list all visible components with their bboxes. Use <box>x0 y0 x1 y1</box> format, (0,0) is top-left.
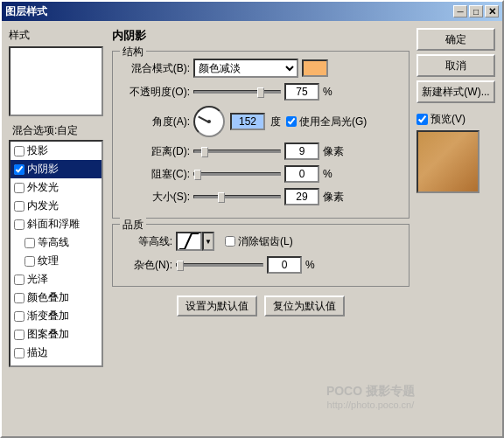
effect-drop-shadow[interactable]: 投影 <box>10 142 102 160</box>
title-bar: 图层样式 ─ □ ✕ <box>2 2 502 21</box>
opacity-label: 不透明度(O): <box>120 85 190 100</box>
effect-inner-shadow[interactable]: 内阴影 <box>10 160 102 178</box>
size-slider-container <box>193 195 281 198</box>
contour-dropdown[interactable]: ▼ <box>202 232 214 251</box>
effect-texture[interactable]: 纹理 <box>10 252 102 270</box>
outer-glow-checkbox[interactable] <box>14 183 24 193</box>
angle-dial[interactable] <box>193 106 225 137</box>
gradient-overlay-checkbox[interactable] <box>14 311 24 322</box>
choke-slider-thumb[interactable] <box>194 170 201 180</box>
effect-contour[interactable]: 等高线 <box>10 233 102 252</box>
effect-color-overlay[interactable]: 颜色叠加 <box>10 289 102 307</box>
choke-row: 阻塞(C): % <box>120 165 402 183</box>
noise-slider-thumb[interactable] <box>177 261 184 271</box>
bevel-checkbox[interactable] <box>14 219 24 230</box>
distance-unit: 像素 <box>323 144 344 159</box>
angle-section: 度 使用全局光(G) <box>193 106 367 137</box>
contour-row: 等高线: ▼ 消除锯齿(L) <box>120 232 402 251</box>
styles-title: 样式 <box>9 28 105 43</box>
opacity-slider-container <box>193 90 281 94</box>
opacity-unit: % <box>323 86 332 98</box>
structure-title: 结构 <box>120 45 146 59</box>
close-button[interactable]: ✕ <box>485 5 499 17</box>
outer-glow-label: 外发光 <box>27 180 59 195</box>
global-light-text: 使用全局光(G) <box>299 115 367 129</box>
drop-shadow-checkbox[interactable] <box>14 146 24 156</box>
effect-inner-glow[interactable]: 内发光 <box>10 197 102 215</box>
effect-pattern-overlay[interactable]: 图案叠加 <box>10 325 102 344</box>
distance-slider-thumb[interactable] <box>201 147 208 157</box>
color-swatch[interactable] <box>302 59 328 77</box>
inner-shadow-title: 内阴影 <box>112 28 410 44</box>
anti-alias-checkbox[interactable] <box>225 236 235 247</box>
size-label: 大小(S): <box>120 190 190 205</box>
ok-button[interactable]: 确定 <box>416 28 495 51</box>
inner-glow-checkbox[interactable] <box>14 201 24 212</box>
pattern-overlay-checkbox[interactable] <box>14 330 24 340</box>
global-light-label[interactable]: 使用全局光(G) <box>286 115 367 129</box>
preview-section: 预览(V) <box>416 112 495 193</box>
opacity-input[interactable] <box>284 83 319 101</box>
choke-unit: % <box>323 168 332 180</box>
blend-mode-select[interactable]: 颜色减淡 <box>193 59 298 78</box>
choke-slider-track[interactable] <box>193 172 281 176</box>
preview-thumbnail <box>416 130 480 193</box>
color-overlay-checkbox[interactable] <box>14 293 24 303</box>
middle-panel: 内阴影 结构 混合模式(B): 颜色减淡 不透明度(O): <box>112 28 410 429</box>
texture-checkbox[interactable] <box>24 256 35 267</box>
anti-alias-label[interactable]: 消除锯齿(L) <box>225 234 293 249</box>
styles-list[interactable] <box>9 46 103 116</box>
effect-stroke[interactable]: 描边 <box>10 344 102 362</box>
stroke-label: 描边 <box>27 345 48 360</box>
effect-outer-glow[interactable]: 外发光 <box>10 178 102 197</box>
drop-shadow-label: 投影 <box>27 143 48 158</box>
choke-slider-container <box>193 172 281 176</box>
noise-input[interactable] <box>267 256 302 274</box>
preview-text: 预览(V) <box>430 112 466 127</box>
angle-unit: 度 <box>270 115 281 129</box>
contour-row-label: 等高线: <box>120 234 172 249</box>
noise-unit: % <box>305 259 315 271</box>
size-input[interactable] <box>284 188 319 205</box>
noise-slider-track[interactable] <box>176 263 263 267</box>
noise-row: 杂色(N): % <box>120 256 402 274</box>
maximize-button[interactable]: □ <box>469 5 483 17</box>
angle-label: 角度(A): <box>120 115 190 129</box>
inner-shadow-checkbox[interactable] <box>14 164 24 175</box>
satin-label: 光泽 <box>27 272 48 287</box>
distance-slider-track[interactable] <box>193 149 281 153</box>
reset-button[interactable]: 复位为默认值 <box>264 295 345 316</box>
quality-group: 品质 等高线: ▼ 消 <box>112 224 410 287</box>
set-default-button[interactable]: 设置为默认值 <box>177 295 257 316</box>
opacity-slider-thumb[interactable] <box>257 87 264 98</box>
contour-checkbox[interactable] <box>24 238 35 248</box>
layer-effects-list: 投影 内阴影 外发光 <box>9 140 103 367</box>
structure-group: 结构 混合模式(B): 颜色减淡 不透明度(O): <box>112 51 410 219</box>
effect-bevel[interactable]: 斜面和浮雕 <box>10 215 102 233</box>
contour-button[interactable] <box>176 232 202 251</box>
minimize-button[interactable]: ─ <box>453 5 467 17</box>
cancel-button[interactable]: 取消 <box>416 54 495 77</box>
distance-slider-container <box>193 149 281 153</box>
contour-icon <box>179 233 199 249</box>
blend-mode-row: 混合模式(B): 颜色减淡 <box>120 59 402 78</box>
size-slider-thumb[interactable] <box>218 192 225 203</box>
title-bar-buttons: ─ □ ✕ <box>453 5 499 17</box>
effect-gradient-overlay[interactable]: 渐变叠加 <box>10 307 102 325</box>
global-light-checkbox[interactable] <box>286 116 297 127</box>
choke-input[interactable] <box>284 165 319 183</box>
bottom-buttons: 设置为默认值 复位为默认值 <box>112 295 410 316</box>
size-slider-track[interactable] <box>193 195 281 198</box>
preview-checkbox[interactable] <box>416 114 428 125</box>
satin-checkbox[interactable] <box>14 275 24 285</box>
noise-label: 杂色(N): <box>120 258 172 273</box>
effect-satin[interactable]: 光泽 <box>10 270 102 289</box>
bevel-label: 斜面和浮雕 <box>27 217 80 232</box>
angle-input[interactable] <box>230 113 265 130</box>
stroke-checkbox[interactable] <box>14 348 24 358</box>
new-style-button[interactable]: 新建样式(W)... <box>416 80 495 103</box>
texture-label: 纹理 <box>38 254 59 268</box>
preview-label[interactable]: 预览(V) <box>416 112 495 127</box>
opacity-slider-track[interactable] <box>193 90 281 94</box>
distance-input[interactable] <box>284 143 319 160</box>
